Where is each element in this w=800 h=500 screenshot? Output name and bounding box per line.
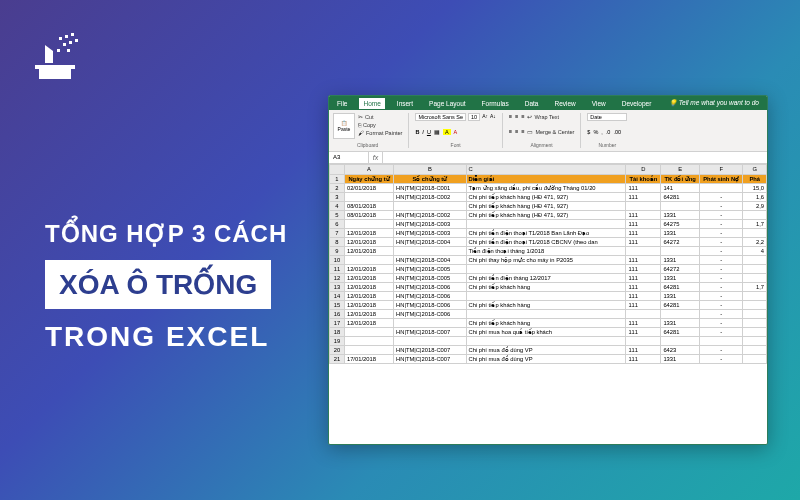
cell-docno[interactable]: HN|TM|C|2018-C003 <box>394 220 466 229</box>
cell-docno[interactable]: HN|TM|C|2018-C006 <box>394 283 466 292</box>
cell-date[interactable] <box>344 346 393 355</box>
cell-val[interactable]: 15,0 <box>743 184 767 193</box>
row-number[interactable]: 12 <box>330 274 345 283</box>
tell-me-search[interactable]: 💡 Tell me what you want to do <box>665 97 763 109</box>
col-header[interactable]: D <box>626 165 661 175</box>
cell-debit[interactable]: - <box>699 202 743 211</box>
header-date[interactable]: Ngày chứng từ <box>344 175 393 184</box>
cell-docno[interactable]: HN|TM|C|2018-C007 <box>394 328 466 337</box>
cell-val[interactable] <box>743 310 767 319</box>
cell-docno[interactable]: HN|TM|C|2018-C004 <box>394 256 466 265</box>
cell-acct[interactable]: 111 <box>626 229 661 238</box>
cell-val[interactable] <box>743 328 767 337</box>
increase-font-icon[interactable]: A↑ <box>482 113 488 121</box>
cell-date[interactable]: 12/01/2018 <box>344 283 393 292</box>
cell-docno[interactable]: HN|TM|C|2018-C004 <box>394 238 466 247</box>
col-header[interactable]: E <box>661 165 700 175</box>
cell-desc[interactable]: Chi phí tiếp khách hàng (HĐ 471, 927) <box>466 211 626 220</box>
cell-acct2[interactable]: 1331 <box>661 355 700 364</box>
tab-formulas[interactable]: Formulas <box>478 98 513 109</box>
cell-docno[interactable]: HN|TM|C|2018-C006 <box>394 301 466 310</box>
cell-acct[interactable] <box>626 202 661 211</box>
row-number[interactable]: 2 <box>330 184 345 193</box>
cell-debit[interactable]: - <box>699 220 743 229</box>
cell-debit[interactable]: - <box>699 319 743 328</box>
cell-docno[interactable] <box>394 319 466 328</box>
cell-acct2[interactable] <box>661 202 700 211</box>
col-header[interactable]: B <box>394 165 466 175</box>
cut-button[interactable]: ✂ Cut <box>358 113 402 121</box>
col-header[interactable]: G <box>743 165 767 175</box>
cell-debit[interactable]: - <box>699 256 743 265</box>
cell-desc[interactable]: Tạm ứng xăng dầu, phí cầu đường Tháng 01… <box>466 184 626 193</box>
cell-val[interactable] <box>743 319 767 328</box>
percent-icon[interactable]: % <box>593 129 598 135</box>
row-number[interactable]: 15 <box>330 301 345 310</box>
row-number[interactable]: 1 <box>330 175 345 184</box>
tab-file[interactable]: File <box>333 98 351 109</box>
font-color-button[interactable]: A <box>454 129 458 135</box>
cell-val[interactable]: 2,2 <box>743 238 767 247</box>
cell-debit[interactable]: - <box>699 328 743 337</box>
cell-debit[interactable]: - <box>699 283 743 292</box>
cell-acct2[interactable] <box>661 310 700 319</box>
cell-debit[interactable] <box>699 184 743 193</box>
cell-desc[interactable]: Chi phí thay hộp mực cho máy in P2035 <box>466 256 626 265</box>
cell-acct[interactable]: 111 <box>626 292 661 301</box>
cell-desc[interactable]: Chi phí tiếp khách hàng (HĐ 471, 927) <box>466 202 626 211</box>
cell-debit[interactable]: - <box>699 292 743 301</box>
header-desc[interactable]: Diễn giải <box>466 175 626 184</box>
cell-docno[interactable]: HN|TM|C|2018-C006 <box>394 292 466 301</box>
cell-val[interactable] <box>743 355 767 364</box>
row-number[interactable]: 5 <box>330 211 345 220</box>
cell-debit[interactable]: - <box>699 301 743 310</box>
cell-docno[interactable]: HN|TM|C|2018-C003 <box>394 229 466 238</box>
cell-debit[interactable]: - <box>699 211 743 220</box>
cell-date[interactable]: 12/01/2018 <box>344 310 393 319</box>
row-number[interactable]: 19 <box>330 337 345 346</box>
cell-acct2[interactable]: 64275 <box>661 220 700 229</box>
cell-desc[interactable] <box>466 292 626 301</box>
cell-acct2[interactable]: 64281 <box>661 193 700 202</box>
cell-val[interactable] <box>743 346 767 355</box>
align-left-icon[interactable]: ≡ <box>509 128 512 136</box>
cell-debit[interactable]: - <box>699 193 743 202</box>
cell-date[interactable] <box>344 220 393 229</box>
cell-val[interactable] <box>743 337 767 346</box>
cell-desc[interactable] <box>466 265 626 274</box>
cell-acct[interactable]: 111 <box>626 328 661 337</box>
cell-acct2[interactable]: 1331 <box>661 256 700 265</box>
cell-acct2[interactable]: 64281 <box>661 283 700 292</box>
col-header[interactable]: C <box>466 165 626 175</box>
comma-icon[interactable]: , <box>601 129 603 135</box>
cell-date[interactable]: 12/01/2018 <box>344 274 393 283</box>
align-center-icon[interactable]: ≡ <box>515 128 518 136</box>
cell-acct[interactable]: 111 <box>626 274 661 283</box>
cell-desc[interactable]: Chi phí tiếp khách hàng <box>466 319 626 328</box>
copy-button[interactable]: ⎘ Copy <box>358 121 402 129</box>
paste-button[interactable]: 📋 Paste <box>333 113 355 139</box>
font-name-select[interactable]: Microsoft Sans Se <box>415 113 466 121</box>
cell-debit[interactable]: - <box>699 247 743 256</box>
cell-date[interactable]: 12/01/2018 <box>344 247 393 256</box>
currency-icon[interactable]: $ <box>587 129 590 135</box>
cell-debit[interactable]: - <box>699 238 743 247</box>
align-right-icon[interactable]: ≡ <box>521 128 524 136</box>
cell-desc[interactable]: Chi phí tiền điện tháng 12/2017 <box>466 274 626 283</box>
cell-date[interactable] <box>344 328 393 337</box>
cell-val[interactable] <box>743 265 767 274</box>
cell-val[interactable]: 4 <box>743 247 767 256</box>
cell-docno[interactable]: HN|TM|C|2018-C005 <box>394 265 466 274</box>
cell-debit[interactable]: - <box>699 229 743 238</box>
row-number[interactable]: 7 <box>330 229 345 238</box>
row-number[interactable]: 9 <box>330 247 345 256</box>
cell-date[interactable]: 12/01/2018 <box>344 292 393 301</box>
font-size-select[interactable]: 10 <box>468 113 480 121</box>
cell-acct2[interactable]: 64281 <box>661 328 700 337</box>
cell-val[interactable] <box>743 274 767 283</box>
cell-date[interactable]: 17/01/2018 <box>344 355 393 364</box>
cell-acct[interactable]: 111 <box>626 193 661 202</box>
cell-debit[interactable]: - <box>699 265 743 274</box>
cell-docno[interactable] <box>394 202 466 211</box>
cell-desc[interactable]: Chi phí tiền điện thoại T1/2018 CBCNV (t… <box>466 238 626 247</box>
